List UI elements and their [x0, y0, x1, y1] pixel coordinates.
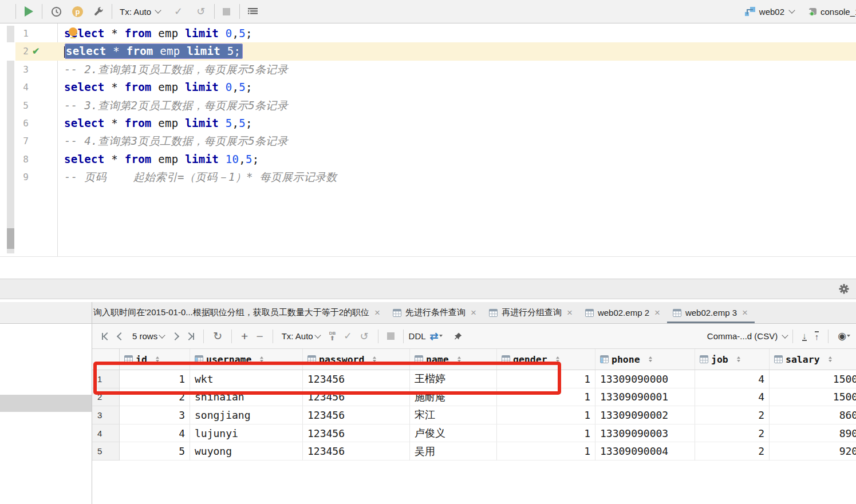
cell-id[interactable]: 5 — [120, 442, 190, 461]
intention-bulb-icon[interactable] — [69, 27, 77, 36]
column-header-job[interactable]: job — [695, 349, 770, 370]
page-size-label[interactable]: 5 rows — [132, 331, 157, 341]
cell-name[interactable]: 王楷婷 — [410, 370, 497, 388]
code-text[interactable]: select * from emp limit 0,5; — [64, 78, 253, 96]
run-button[interactable] — [25, 6, 33, 17]
result-tab[interactable]: 再进行分组查询× — [483, 302, 579, 323]
tx-mode-label[interactable]: Tx: Auto — [282, 331, 313, 341]
prev-page-button[interactable] — [118, 334, 124, 339]
cell-password[interactable]: 123456 — [303, 370, 410, 388]
sort-icon[interactable] — [556, 356, 559, 362]
chevron-down-icon[interactable] — [788, 7, 795, 13]
close-icon[interactable]: × — [471, 308, 476, 318]
cell-gender[interactable]: 1 — [497, 388, 595, 407]
stop-button[interactable] — [223, 8, 230, 15]
cell-phone[interactable]: 13309090000 — [595, 370, 695, 388]
last-page-button[interactable] — [186, 333, 194, 340]
sql-editor[interactable]: 1select * from emp limit 0,5;2✔select * … — [0, 23, 856, 257]
ddl-button[interactable]: DDL — [409, 331, 426, 341]
code-line[interactable]: 9-- 页码 起始索引=（页码－1）* 每页展示记录数 — [0, 168, 856, 186]
chevron-down-icon[interactable] — [314, 332, 321, 338]
cell-name[interactable]: 宋江 — [410, 406, 497, 424]
code-text[interactable]: select * from emp limit 5,5; — [64, 114, 253, 132]
cell-username[interactable]: wkt — [190, 370, 303, 388]
cell-username[interactable]: lujunyi — [190, 424, 303, 443]
view-options-button[interactable]: ◉ — [838, 330, 850, 342]
close-icon[interactable]: × — [374, 308, 380, 318]
code-text[interactable]: select * from emp limit 5; — [64, 42, 243, 60]
chevron-down-icon[interactable] — [155, 7, 161, 13]
sort-icon[interactable] — [737, 356, 740, 362]
code-line[interactable]: 1select * from emp limit 0,5; — [0, 25, 856, 42]
chevron-down-icon[interactable] — [159, 332, 165, 338]
commit-button[interactable]: ✓ — [174, 5, 183, 18]
cell-password[interactable]: 123456 — [303, 388, 410, 407]
code-line[interactable]: 8select * from emp limit 10,5; — [0, 150, 856, 168]
cell-id[interactable]: 2 — [120, 388, 190, 407]
close-icon[interactable]: × — [654, 308, 660, 318]
sort-icon[interactable] — [829, 356, 832, 362]
commit-button[interactable]: ✓ — [344, 330, 352, 342]
cell-job[interactable]: 2 — [695, 442, 770, 461]
stop-button[interactable] — [387, 332, 395, 340]
chevron-down-icon[interactable] — [782, 332, 788, 338]
code-line[interactable]: 3-- 2.查询第1页员工数据，每页展示5条记录 — [0, 61, 856, 78]
sort-icon[interactable] — [156, 356, 159, 362]
close-icon[interactable]: × — [567, 308, 573, 318]
cell-id[interactable]: 3 — [120, 406, 190, 424]
cell-salary[interactable]: 15000 — [770, 370, 856, 388]
cell-gender[interactable]: 1 — [497, 424, 595, 443]
result-tab[interactable]: web02.emp 2× — [579, 302, 667, 323]
result-tab[interactable]: 先进行条件查询× — [387, 302, 483, 323]
code-line[interactable]: 4select * from emp limit 0,5; — [0, 78, 856, 96]
column-header-phone[interactable]: phone — [595, 349, 695, 370]
export-download-button[interactable]: ↓ — [802, 331, 807, 341]
cell-username[interactable]: shinaian — [190, 388, 303, 407]
cell-job[interactable]: 4 — [695, 370, 770, 388]
cell-phone[interactable]: 13309090001 — [595, 388, 695, 407]
console-tab-label[interactable]: console_1 — [821, 7, 856, 17]
panel-settings-button[interactable] — [839, 284, 849, 294]
next-page-button[interactable] — [172, 334, 178, 339]
row-number[interactable]: 4 — [92, 424, 120, 443]
row-number[interactable]: 1 — [92, 370, 120, 388]
pin-tab-button[interactable] — [453, 332, 463, 341]
sort-icon[interactable] — [373, 356, 376, 362]
code-line[interactable]: 5-- 3.查询第2页员工数据，每页展示5条记录 — [0, 97, 856, 114]
result-tab[interactable]: web02.emp 3× — [667, 302, 755, 323]
cell-gender[interactable]: 1 — [497, 442, 595, 461]
cell-phone[interactable]: 13309090003 — [595, 424, 695, 443]
sort-icon[interactable] — [649, 356, 652, 362]
cell-name[interactable]: 卢俊义 — [410, 424, 497, 443]
code-text[interactable]: -- 4.查询第3页员工数据，每页展示5条记录 — [64, 132, 288, 150]
rollback-button[interactable]: ↺ — [196, 5, 205, 18]
profile-button[interactable]: p — [72, 6, 83, 17]
cell-id[interactable]: 1 — [120, 370, 190, 388]
settings-wrench-button[interactable] — [93, 6, 104, 17]
export-format-label[interactable]: Comma-...d (CSV) — [707, 331, 778, 341]
row-number[interactable]: 5 — [92, 442, 120, 461]
close-icon[interactable]: × — [742, 308, 748, 318]
column-header-id[interactable]: id — [120, 349, 190, 370]
row-number[interactable]: 3 — [92, 406, 120, 424]
splitter-handle[interactable] — [0, 395, 92, 412]
rollback-button[interactable]: ↺ — [360, 330, 368, 343]
cell-username[interactable]: songjiang — [190, 406, 303, 424]
cell-password[interactable]: 123456 — [303, 442, 410, 461]
import-upload-button[interactable]: ↑ — [815, 331, 819, 341]
cell-job[interactable]: 4 — [695, 388, 770, 407]
cell-phone[interactable]: 13309090004 — [595, 442, 695, 461]
cell-phone[interactable]: 13309090002 — [595, 406, 695, 424]
cell-salary[interactable]: 15000 — [770, 388, 856, 407]
code-text[interactable]: select * from emp limit 0,5; — [64, 25, 253, 42]
cell-job[interactable]: 2 — [695, 406, 770, 424]
code-line[interactable]: 7-- 4.查询第3页员工数据，每页展示5条记录 — [0, 132, 856, 150]
cell-job[interactable]: 2 — [695, 424, 770, 443]
cell-salary[interactable]: 8900 — [770, 424, 856, 443]
delete-row-button[interactable]: − — [256, 330, 263, 343]
history-button[interactable] — [51, 6, 62, 17]
code-text[interactable]: -- 页码 起始索引=（页码－1）* 每页展示记录数 — [64, 168, 337, 186]
cell-gender[interactable]: 1 — [497, 406, 595, 424]
row-number[interactable]: 2 — [92, 388, 120, 407]
submit-db-button[interactable]: DB⬆ — [329, 331, 336, 342]
